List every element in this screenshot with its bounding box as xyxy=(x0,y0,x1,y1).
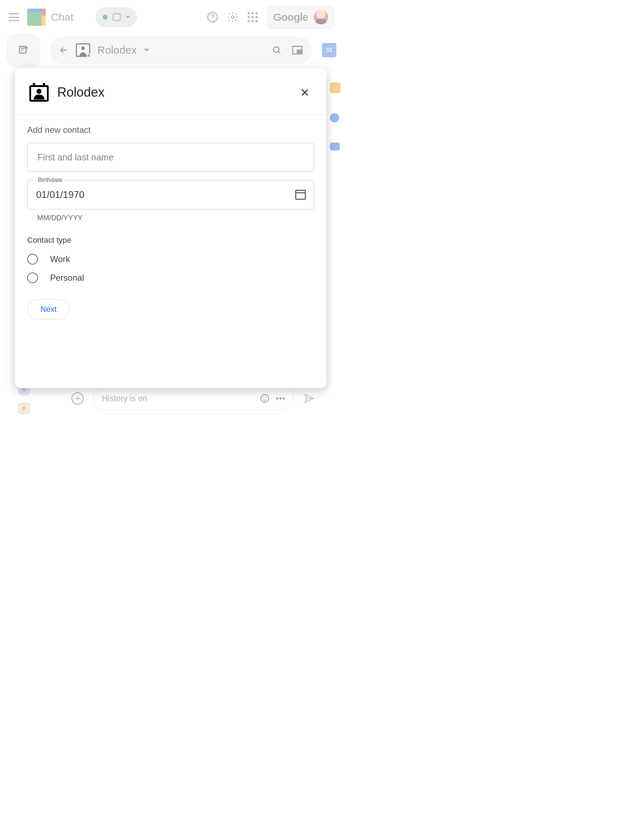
dialog-title: Rolodex xyxy=(57,85,104,100)
birthdate-input[interactable] xyxy=(36,189,289,201)
birthdate-field: Birthdate xyxy=(27,180,314,209)
radio-icon xyxy=(27,272,38,283)
birthdate-helper: MM/DD/YYYY xyxy=(37,214,314,222)
contact-type-label: Contact type xyxy=(27,236,314,245)
section-label: Add new contact xyxy=(27,125,314,135)
birthdate-label: Birthdate xyxy=(35,176,65,184)
next-button[interactable]: Next xyxy=(27,299,70,319)
next-button-label: Next xyxy=(40,305,56,314)
rolodex-dialog: Rolodex Add new contact Birthdate MM/DD/… xyxy=(15,68,326,388)
radio-icon xyxy=(27,254,38,265)
radio-label: Work xyxy=(50,254,70,264)
radio-option-personal[interactable]: Personal xyxy=(27,268,314,287)
dialog-body: Add new contact Birthdate MM/DD/YYYY Con… xyxy=(15,115,326,319)
calendar-icon[interactable] xyxy=(295,190,306,200)
dialog-header: Rolodex xyxy=(15,68,326,115)
radio-option-work[interactable]: Work xyxy=(27,250,314,268)
rolodex-logo-icon xyxy=(30,83,49,102)
radio-label: Personal xyxy=(50,273,84,283)
close-button[interactable] xyxy=(298,85,312,100)
name-input[interactable] xyxy=(27,143,314,172)
